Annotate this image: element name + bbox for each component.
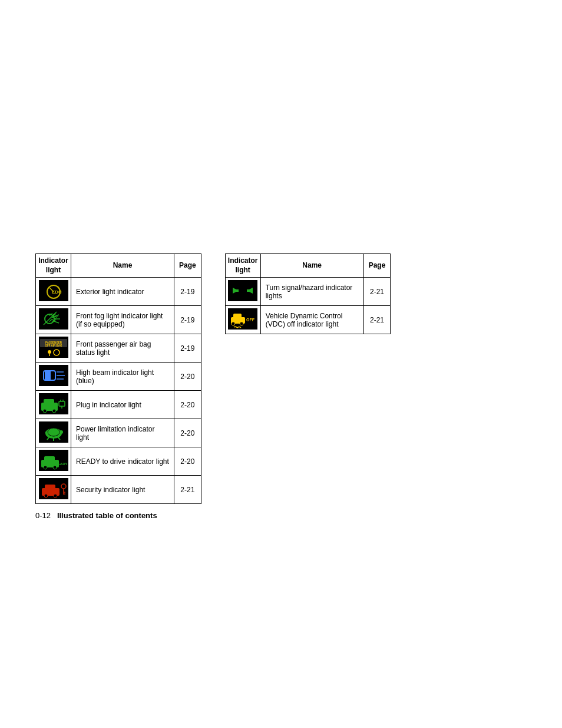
svg-text:OFF  AIR BAG: OFF AIR BAG xyxy=(45,344,62,347)
left-header-indicator: Indicatorlight xyxy=(36,254,71,278)
right-header-page: Page xyxy=(363,254,391,278)
svg-point-54 xyxy=(54,494,57,498)
page-title: Illustrated table of contents xyxy=(57,511,157,520)
svg-point-39 xyxy=(59,430,63,434)
page-cell: 2-21 xyxy=(363,278,391,306)
icon-cell xyxy=(36,391,71,419)
icon-cell xyxy=(36,419,71,447)
name-cell: Front fog light indicator light (if so e… xyxy=(71,306,174,334)
svg-text:EDC: EDC xyxy=(52,289,62,295)
svg-text:OFF: OFF xyxy=(246,318,255,322)
page-cell: 2-19 xyxy=(174,334,201,363)
svg-line-3 xyxy=(58,287,59,288)
svg-point-30 xyxy=(43,409,47,413)
left-header-name: Name xyxy=(71,254,174,278)
plugin-icon xyxy=(39,393,68,414)
page-content: Indicatorlight Name Page xyxy=(0,0,562,543)
page-cell: 2-21 xyxy=(363,306,391,334)
name-cell: Exterior light indicator xyxy=(71,278,174,306)
name-cell: High beam indicator light (blue) xyxy=(71,363,174,391)
table-row: PASSENGER OFF AIR BAG Front passenger ai… xyxy=(36,334,201,363)
svg-rect-46 xyxy=(44,456,55,462)
svg-point-53 xyxy=(44,494,48,498)
name-cell: READY to drive indicator light xyxy=(71,447,174,476)
table-row: 🌫 Front fog light indicator light (if so… xyxy=(36,306,201,334)
right-header-indicator: Indicatorlight xyxy=(225,254,260,278)
tables-container: Indicatorlight Name Page xyxy=(35,253,527,504)
table-row: Security indicator light 2-21 xyxy=(36,476,201,504)
svg-point-68 xyxy=(240,322,243,325)
svg-rect-63 xyxy=(247,289,253,292)
icon-cell xyxy=(225,278,260,306)
svg-rect-52 xyxy=(45,485,55,490)
page-cell: 2-20 xyxy=(174,363,201,391)
name-cell: Plug in indicator light xyxy=(71,391,174,419)
table-row: Power limitation indicator light 2-20 xyxy=(36,419,201,447)
turnsignal-icon xyxy=(228,280,257,301)
vdc-icon: OFF xyxy=(228,308,257,330)
page-cell: 2-20 xyxy=(174,391,201,419)
page-cell: 2-19 xyxy=(174,278,201,306)
highbeam-icon xyxy=(39,365,68,386)
svg-text:READY: READY xyxy=(55,462,67,466)
svg-rect-61 xyxy=(233,289,239,292)
security-icon xyxy=(39,478,68,499)
name-cell: Power limitation indicator light xyxy=(71,419,174,447)
left-indicator-table: Indicatorlight Name Page xyxy=(35,253,201,504)
powerlimit-icon xyxy=(39,421,68,443)
table-row: Turn signal/hazard indicator lights 2-21 xyxy=(225,278,391,306)
exterior-light-icon: EDC xyxy=(39,280,68,301)
svg-point-18 xyxy=(48,350,51,354)
svg-rect-29 xyxy=(44,399,54,405)
icon-cell xyxy=(36,363,71,391)
table-row: OFF Vehicle Dynamic Control (VDC) off in… xyxy=(225,306,391,334)
svg-rect-66 xyxy=(233,314,242,319)
table-row: High beam indicator light (blue) 2-20 xyxy=(36,363,201,391)
table-row: READY READY to drive indicator light 2-2… xyxy=(36,447,201,476)
name-cell: Vehicle Dynamic Control (VDC) off indica… xyxy=(260,306,363,334)
right-header-name: Name xyxy=(260,254,363,278)
icon-cell xyxy=(36,476,71,504)
svg-point-47 xyxy=(44,466,47,469)
name-cell: Turn signal/hazard indicator lights xyxy=(260,278,363,306)
right-indicator-table: Indicatorlight Name Page xyxy=(225,253,391,334)
left-header-page: Page xyxy=(174,254,201,278)
name-cell: Front passenger air bag status light xyxy=(71,334,174,363)
svg-point-48 xyxy=(53,466,57,469)
icon-cell: OFF xyxy=(225,306,260,334)
page-label: 0-12 Illustrated table of contents xyxy=(35,511,527,520)
page-cell: 2-20 xyxy=(174,419,201,447)
page-cell: 2-21 xyxy=(174,476,201,504)
page-number: 0-12 xyxy=(35,511,51,520)
svg-point-67 xyxy=(232,322,235,325)
airbag-icon: PASSENGER OFF AIR BAG xyxy=(39,337,68,358)
ready-icon: READY xyxy=(39,450,68,471)
fog-light-icon: 🌫 xyxy=(39,308,68,330)
icon-cell: PASSENGER OFF AIR BAG xyxy=(36,334,71,363)
icon-cell: 🌫 xyxy=(36,306,71,334)
icon-cell: EDC xyxy=(36,278,71,306)
table-row: Plug in indicator light 2-20 xyxy=(36,391,201,419)
svg-point-31 xyxy=(52,409,56,413)
icon-cell: READY xyxy=(36,447,71,476)
page-cell: 2-19 xyxy=(174,306,201,334)
table-row: EDC Exterior light indicator 2-19 xyxy=(36,278,201,306)
svg-rect-59 xyxy=(228,280,257,301)
name-cell: Security indicator light xyxy=(71,476,174,504)
page-cell: 2-20 xyxy=(174,447,201,476)
svg-rect-23 xyxy=(45,371,51,380)
